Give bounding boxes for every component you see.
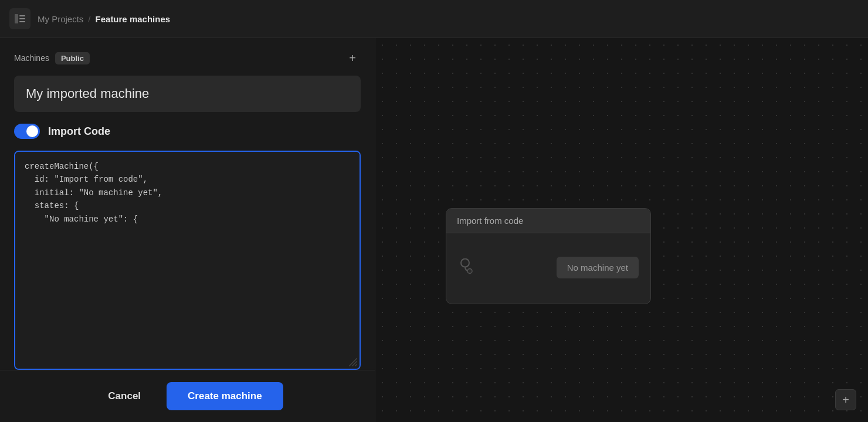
public-badge: Public: [55, 52, 90, 64]
canvas-plus-button[interactable]: +: [835, 389, 856, 410]
app-header: My Projects / Feature machines: [0, 0, 868, 38]
code-editor-wrapper: createMachine({ id: "Import from code", …: [14, 151, 361, 370]
breadcrumb: My Projects / Feature machines: [38, 14, 170, 24]
svg-rect-0: [15, 14, 18, 23]
machines-label: Machines: [14, 53, 49, 63]
modal-footer: Cancel Create machine: [0, 370, 375, 422]
connector-icon: [460, 258, 474, 279]
toggle-knob: [26, 125, 38, 137]
add-machine-button[interactable]: +: [344, 50, 361, 66]
breadcrumb-separator: /: [88, 14, 90, 24]
import-from-code-card: Import from code No machine yet: [446, 208, 651, 304]
import-card-title: Import from code: [446, 209, 650, 233]
svg-rect-3: [19, 21, 25, 22]
import-code-label: Import Code: [48, 125, 110, 138]
breadcrumb-current: Feature machines: [96, 14, 171, 24]
import-code-toggle-row: Import Code: [14, 124, 361, 139]
import-code-toggle[interactable]: [14, 124, 40, 139]
sidebar-toggle-button[interactable]: [9, 8, 30, 29]
svg-rect-2: [19, 18, 25, 19]
state-label: No machine yet: [557, 257, 639, 278]
svg-rect-1: [19, 15, 25, 16]
sidebar-toggle-icon: [15, 14, 25, 23]
left-panel: Machines Public + Import Code createMach…: [0, 38, 375, 422]
canvas-area: Import from code No machine yet +: [375, 38, 868, 422]
code-editor[interactable]: createMachine({ id: "Import from code", …: [15, 152, 360, 369]
cancel-button[interactable]: Cancel: [91, 382, 157, 410]
import-card-body: No machine yet: [446, 233, 650, 304]
breadcrumb-parent[interactable]: My Projects: [38, 14, 83, 24]
svg-point-8: [467, 269, 472, 274]
machine-name-input[interactable]: [14, 76, 361, 112]
machines-header: Machines Public +: [0, 38, 375, 76]
main-layout: Machines Public + Import Code createMach…: [0, 38, 868, 422]
create-machine-button[interactable]: Create machine: [167, 382, 283, 410]
svg-point-7: [461, 259, 469, 267]
modal-content: Import Code createMachine({ id: "Import …: [0, 76, 375, 370]
